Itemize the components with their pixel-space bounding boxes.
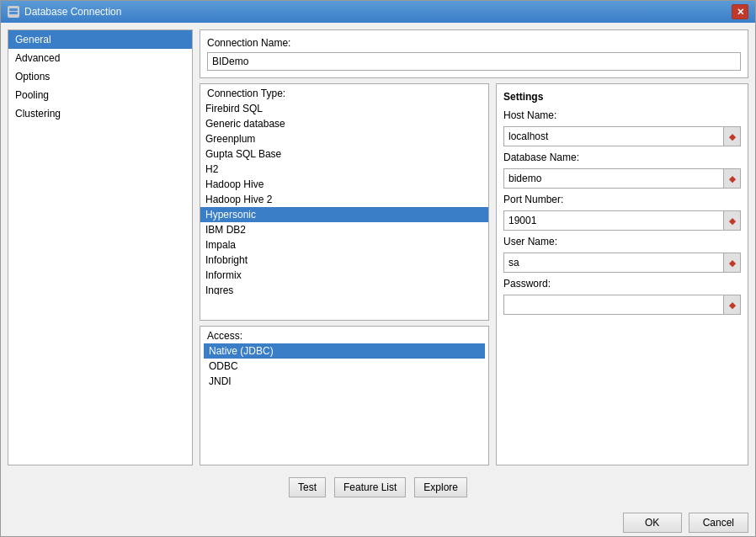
list-item-hypersonic[interactable]: Hypersonic — [200, 207, 488, 222]
list-item-hadoop-hive[interactable]: Hadoop Hive — [200, 177, 488, 192]
sidebar-item-pooling[interactable]: Pooling — [8, 86, 192, 104]
cancel-button[interactable]: Cancel — [689, 513, 748, 533]
access-list[interactable]: Native (JDBC) ODBC JNDI — [204, 343, 485, 461]
sidebar-item-options[interactable]: Options — [8, 67, 192, 86]
window-title: Database Connection — [24, 6, 121, 18]
password-group: Password: ◆ — [503, 278, 741, 315]
window-content: General Advanced Options Pooling Cluster… — [1, 23, 755, 509]
main-area: General Advanced Options Pooling Cluster… — [8, 29, 748, 465]
titlebar-left: Database Connection — [8, 6, 121, 18]
connection-type-label: Connection Type: — [200, 84, 488, 101]
sidebar-item-clustering[interactable]: Clustering — [8, 104, 192, 123]
port-number-label: Port Number: — [503, 194, 741, 205]
port-number-btn-icon: ◆ — [729, 216, 736, 226]
user-name-group: User Name: ◆ — [503, 236, 741, 273]
connection-name-input[interactable] — [207, 52, 741, 71]
titlebar: Database Connection ✕ — [1, 1, 755, 23]
list-item-impala[interactable]: Impala — [200, 237, 488, 253]
ok-button[interactable]: OK — [623, 513, 682, 533]
host-name-input-wrapper: ◆ — [503, 126, 741, 146]
svg-rect-1 — [9, 12, 18, 14]
db-icon — [8, 6, 19, 18]
window: Database Connection ✕ General Advanced O… — [0, 0, 756, 537]
svg-rect-0 — [9, 8, 18, 11]
test-button[interactable]: Test — [289, 477, 326, 497]
user-name-input-wrapper: ◆ — [503, 253, 741, 273]
right-panel: Connection Name: Connection Type: Firebi… — [200, 29, 748, 465]
connection-name-label: Connection Name: — [207, 37, 741, 49]
list-item-informix[interactable]: Informix — [200, 268, 488, 283]
sidebar-item-advanced[interactable]: Advanced — [8, 49, 192, 67]
host-name-input[interactable] — [504, 128, 723, 145]
list-item-hadoop-hive2[interactable]: Hadoop Hive 2 — [200, 192, 488, 207]
password-input-wrapper: ◆ — [503, 295, 741, 315]
user-name-input[interactable] — [504, 254, 723, 271]
user-name-btn-icon: ◆ — [729, 258, 736, 268]
user-name-label: User Name: — [503, 236, 741, 247]
database-name-input[interactable] — [504, 170, 723, 187]
port-number-group: Port Number: ◆ — [503, 194, 741, 231]
list-item-firebird[interactable]: Firebird SQL — [200, 101, 488, 116]
port-number-input[interactable] — [504, 212, 723, 229]
host-name-btn[interactable]: ◆ — [723, 127, 740, 146]
settings-title: Settings — [503, 91, 741, 103]
access-label: Access: — [200, 327, 488, 343]
sidebar-item-general[interactable]: General — [8, 30, 192, 49]
connection-type-box: Connection Type: Firebird SQL Generic da… — [200, 83, 489, 321]
port-number-input-wrapper: ◆ — [503, 210, 741, 231]
sidebar: General Advanced Options Pooling Cluster… — [8, 29, 193, 465]
access-item-jndi[interactable]: JNDI — [204, 374, 485, 389]
database-name-btn[interactable]: ◆ — [723, 169, 740, 188]
port-number-btn[interactable]: ◆ — [723, 211, 740, 230]
list-item-greenplum[interactable]: Greenplum — [200, 131, 488, 146]
feature-list-button[interactable]: Feature List — [334, 477, 406, 497]
access-item-native[interactable]: Native (JDBC) — [204, 343, 485, 359]
close-button[interactable]: ✕ — [732, 4, 748, 19]
bottom-bar: Test Feature List Explore — [8, 472, 748, 502]
settings-section: Settings Host Name: ◆ Database N — [496, 83, 748, 465]
password-btn-icon: ◆ — [729, 300, 736, 310]
access-box: Access: Native (JDBC) ODBC JNDI — [200, 326, 489, 465]
ok-cancel-bar: OK Cancel — [1, 509, 755, 536]
access-item-odbc[interactable]: ODBC — [204, 359, 485, 374]
explore-button[interactable]: Explore — [414, 477, 467, 497]
connection-name-section: Connection Name: — [200, 29, 748, 78]
list-item-infobright[interactable]: Infobright — [200, 253, 488, 268]
list-item-ingres[interactable]: Ingres — [200, 283, 488, 295]
host-name-btn-icon: ◆ — [729, 132, 736, 141]
middle-section: Connection Type: Firebird SQL Generic da… — [200, 83, 748, 465]
connection-type-section: Connection Type: Firebird SQL Generic da… — [200, 83, 489, 465]
database-name-btn-icon: ◆ — [729, 174, 736, 183]
password-input[interactable] — [504, 296, 723, 313]
host-name-group: Host Name: ◆ — [503, 109, 741, 146]
database-name-input-wrapper: ◆ — [503, 168, 741, 189]
connection-type-list[interactable]: Firebird SQL Generic database Greenplum … — [200, 101, 488, 295]
user-name-btn[interactable]: ◆ — [723, 253, 740, 272]
host-name-label: Host Name: — [503, 109, 741, 121]
list-item-generic[interactable]: Generic database — [200, 116, 488, 131]
list-item-h2[interactable]: H2 — [200, 162, 488, 177]
database-name-group: Database Name: ◆ — [503, 152, 741, 189]
password-label: Password: — [503, 278, 741, 290]
list-item-ibm-db2[interactable]: IBM DB2 — [200, 222, 488, 237]
database-name-label: Database Name: — [503, 152, 741, 163]
password-btn[interactable]: ◆ — [723, 295, 740, 314]
list-item-gupta[interactable]: Gupta SQL Base — [200, 146, 488, 162]
